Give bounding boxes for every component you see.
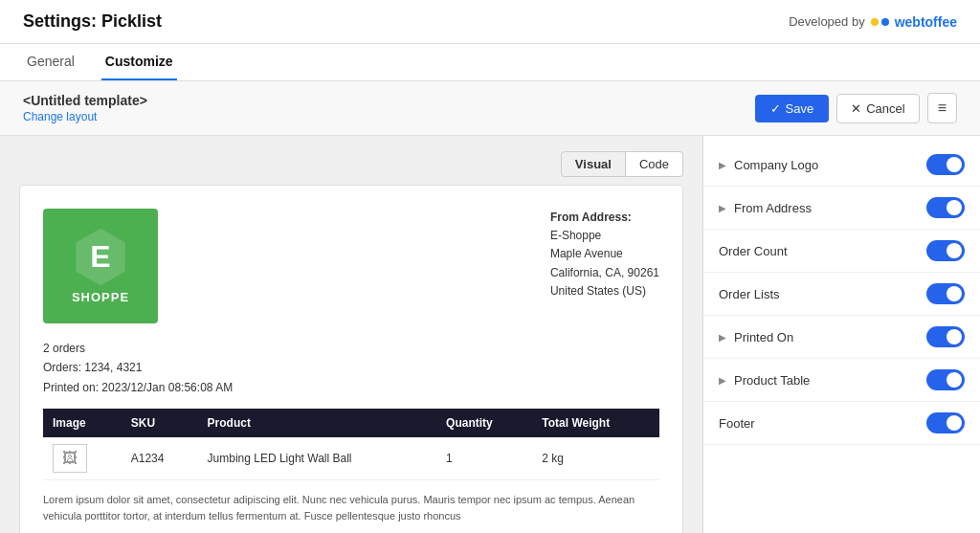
- sidebar-panel: ▶ Company Logo ▶ From Address Order Coun…: [702, 136, 980, 533]
- printed-on-label: Printed On: [734, 330, 793, 344]
- footer-label: Footer: [719, 416, 755, 431]
- col-product: Product: [198, 409, 437, 437]
- footer-toggle[interactable]: [926, 412, 965, 433]
- order-count-toggle[interactable]: [926, 240, 965, 261]
- order-count-label: Order Count: [719, 244, 788, 258]
- dot-yellow: [871, 18, 879, 26]
- image-placeholder: 🖼: [53, 444, 87, 473]
- logo-hex-icon: E: [72, 229, 129, 286]
- country: United States (US): [550, 282, 659, 300]
- visual-view-button[interactable]: Visual: [561, 151, 626, 177]
- col-sku: SKU: [122, 409, 198, 437]
- cell-product: Jumbing LED Light Wall Ball: [198, 437, 437, 480]
- order-lists-toggle[interactable]: [926, 283, 965, 304]
- table-row: 🖼 A1234 Jumbing LED Light Wall Ball 1 2 …: [43, 437, 659, 480]
- cell-image: 🖼: [43, 437, 122, 480]
- company-logo-label: Company Logo: [734, 158, 818, 172]
- from-address-block: From Address: E-Shoppe Maple Avenue Cali…: [550, 209, 659, 300]
- product-table-toggle[interactable]: [926, 369, 965, 390]
- footer-text: Lorem ipsum dolor sit amet, consectetur …: [43, 492, 659, 523]
- template-info: <Untitled template> Change layout: [23, 93, 147, 123]
- orders-count: 2 orders: [43, 339, 659, 358]
- sidebar-item-printed-on: ▶ Printed On: [703, 316, 980, 359]
- header-actions: ✓ Save ✕ Cancel ≡: [755, 93, 957, 123]
- company-logo: E SHOPpe: [43, 209, 158, 323]
- template-title: <Untitled template>: [23, 93, 147, 108]
- printed-on: Printed on: 2023/12/Jan 08:56:08 AM: [43, 378, 659, 397]
- sidebar-item-order-lists: Order Lists: [703, 273, 980, 316]
- product-table-label: Product Table: [734, 373, 810, 388]
- x-icon: ✕: [851, 101, 861, 116]
- preview-area: Visual Code E SHOPpe From Address: E-Sho…: [0, 136, 702, 533]
- sidebar-item-product-table: ▶ Product Table: [703, 359, 980, 402]
- expand-icon[interactable]: ▶: [719, 375, 726, 386]
- cell-sku: A1234: [122, 437, 198, 480]
- order-lists-label: Order Lists: [719, 287, 780, 301]
- checkmark-icon: ✓: [770, 101, 781, 116]
- view-toggle: Visual Code: [19, 151, 683, 177]
- cancel-label: Cancel: [866, 101, 904, 116]
- col-quantity: Quantity: [436, 409, 532, 437]
- cell-quantity: 1: [436, 437, 532, 480]
- menu-button[interactable]: ≡: [927, 93, 957, 123]
- doc-header: E SHOPpe From Address: E-Shoppe Maple Av…: [43, 209, 659, 323]
- save-label: Save: [786, 101, 814, 116]
- picklist-document: E SHOPpe From Address: E-Shoppe Maple Av…: [19, 185, 683, 533]
- col-weight: Total Weight: [532, 409, 659, 437]
- col-image: Image: [43, 409, 122, 437]
- logo-letter: E: [90, 239, 110, 275]
- dot-blue: [881, 18, 889, 26]
- tabs-bar: General Customize: [0, 44, 980, 81]
- change-layout-link[interactable]: Change layout: [23, 110, 147, 123]
- order-info: 2 orders Orders: 1234, 4321 Printed on: …: [43, 339, 659, 397]
- printed-on-toggle[interactable]: [926, 326, 965, 347]
- orders-list: Orders: 1234, 4321: [43, 358, 659, 377]
- cancel-button[interactable]: ✕ Cancel: [836, 94, 919, 123]
- company-name: E-Shoppe: [550, 227, 659, 245]
- top-bar: Settings: Picklist Developed by webtoffe…: [0, 0, 980, 44]
- developed-by-label: Developed by: [789, 14, 865, 29]
- page-title: Settings: Picklist: [23, 11, 162, 32]
- cell-weight: 2 kg: [532, 437, 659, 480]
- brand-icon: [871, 18, 889, 26]
- city-state: California, CA, 90261: [550, 264, 659, 282]
- sidebar-item-company-logo: ▶ Company Logo: [703, 144, 980, 187]
- brand-name: webtoffee: [895, 14, 957, 30]
- sidebar-item-order-count: Order Count: [703, 230, 980, 273]
- tab-customize[interactable]: Customize: [101, 44, 177, 80]
- logo-name: SHOPpe: [72, 290, 129, 304]
- expand-icon[interactable]: ▶: [719, 160, 726, 170]
- from-address-label: From Address:: [550, 209, 659, 227]
- main-layout: Visual Code E SHOPpe From Address: E-Sho…: [0, 136, 980, 533]
- tab-general[interactable]: General: [23, 44, 78, 80]
- from-address-label: From Address: [734, 201, 812, 215]
- save-button[interactable]: ✓ Save: [755, 95, 830, 122]
- expand-icon[interactable]: ▶: [719, 203, 726, 213]
- product-table: Image SKU Product Quantity Total Weight …: [43, 409, 659, 480]
- sidebar-item-footer: Footer: [703, 402, 980, 445]
- code-view-button[interactable]: Code: [626, 151, 683, 177]
- expand-icon[interactable]: ▶: [719, 332, 726, 343]
- company-logo-toggle[interactable]: [926, 154, 965, 175]
- street-address: Maple Avenue: [550, 245, 659, 263]
- brand-credit: Developed by webtoffee: [789, 14, 957, 30]
- from-address-toggle[interactable]: [926, 197, 965, 218]
- sidebar-item-from-address: ▶ From Address: [703, 187, 980, 230]
- content-header: <Untitled template> Change layout ✓ Save…: [0, 81, 980, 136]
